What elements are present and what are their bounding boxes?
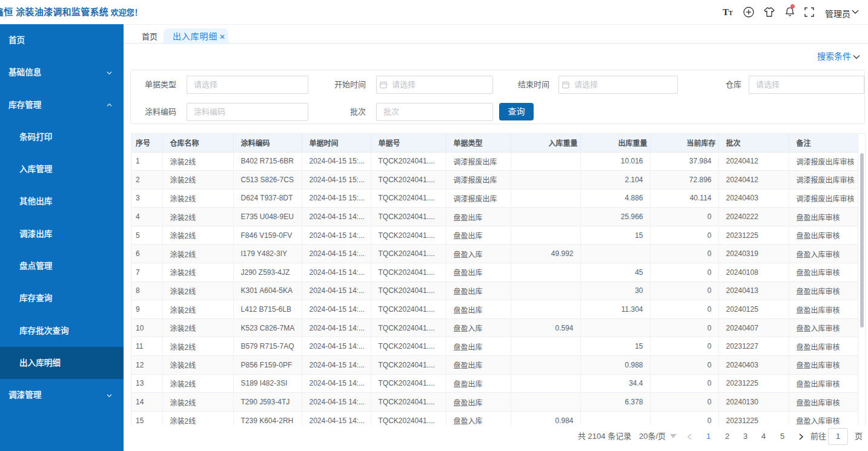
svg-text:T: T xyxy=(723,7,729,17)
svg-text:T: T xyxy=(729,10,733,16)
